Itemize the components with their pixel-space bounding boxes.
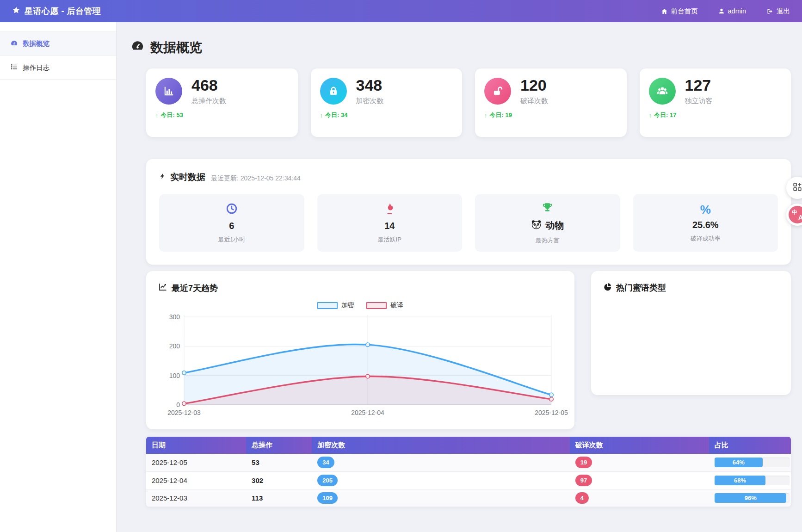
sidebar-item-logs[interactable]: 操作日志 (0, 56, 116, 80)
pie-title: 热门蜜语类型 (603, 282, 779, 293)
ratio-progress: 68% (715, 476, 790, 485)
trophy-icon (542, 202, 553, 215)
bolt-icon (159, 172, 166, 183)
realtime-item-active-ip: 14 最活跃IP (317, 194, 463, 252)
navbar: 星语心愿 - 后台管理 前台首页 admin 退出 (0, 0, 802, 22)
percent-icon: % (700, 204, 711, 216)
page-title: 数据概览 (150, 39, 202, 56)
clock-icon (226, 203, 238, 217)
stat-label: 总操作次数 (191, 97, 226, 105)
realtime-value: 6 (229, 221, 234, 231)
svg-text:300: 300 (169, 313, 180, 321)
stat-value: 348 (356, 77, 384, 94)
page-title-row: 数据概览 (130, 39, 791, 56)
nav-frontend-link[interactable]: 前台首页 (661, 7, 698, 16)
encrypt-badge: 34 (317, 457, 334, 468)
translate-icon: 中 A (789, 206, 802, 223)
fire-icon (384, 203, 395, 217)
realtime-label: 最近1小时 (218, 235, 245, 244)
legend-item-decrypt[interactable]: 破译 (366, 301, 403, 309)
realtime-updated: 最近更新: 2025-12-05 22:34:44 (211, 174, 301, 183)
realtime-label: 最活跃IP (378, 235, 401, 244)
cell-total: 302 (246, 471, 312, 489)
users-icon (649, 78, 676, 105)
nav-user-link[interactable]: admin (718, 7, 746, 15)
stat-card-encrypt: 348 加密次数 ↑ 今日: 34 (311, 68, 463, 137)
star-icon (12, 6, 20, 17)
stat-today: ↑ 今日: 17 (649, 111, 782, 119)
stat-label: 独立访客 (685, 97, 713, 105)
stat-value: 120 (520, 77, 548, 94)
realtime-label: 最热方言 (536, 236, 560, 245)
user-icon (718, 8, 725, 14)
stat-today: ↑ 今日: 53 (155, 111, 289, 119)
arrow-up-icon: ↑ (320, 112, 323, 119)
svg-text:200: 200 (169, 342, 180, 350)
sidebar: 数据概览 操作日志 (0, 22, 117, 532)
realtime-value: 动物 (531, 219, 564, 232)
unlock-icon (484, 78, 511, 105)
encrypt-badge: 205 (317, 475, 338, 486)
stat-card-total-ops: 468 总操作次数 ↑ 今日: 53 (146, 68, 298, 137)
pie-icon (603, 282, 612, 293)
sign-out-icon (766, 8, 773, 15)
cell-date: 2025-12-04 (146, 471, 246, 489)
home-icon (661, 8, 668, 15)
gauge-icon (10, 39, 18, 49)
sidebar-item-overview[interactable]: 数据概览 (0, 31, 116, 56)
svg-text:2025-12-05: 2025-12-05 (535, 409, 568, 416)
trend-title: 最近7天趋势 (158, 282, 562, 294)
pie-card: 热门蜜语类型 (591, 271, 791, 395)
col-header-total: 总操作 (246, 437, 312, 454)
app-title: 星语心愿 - 后台管理 (25, 6, 101, 17)
bar-chart-icon (155, 78, 182, 105)
realtime-title: 实时数据 (159, 171, 205, 183)
navbar-links: 前台首页 admin 退出 (661, 7, 790, 16)
ratio-progress: 96% (715, 493, 790, 503)
chart-legend: 加密 破译 (158, 301, 562, 309)
table-row: 2025-12-04 302 205 97 68% (146, 471, 791, 489)
trend-card: 最近7天趋势 加密 破译 01002003002025-12-032025-12… (146, 271, 574, 429)
arrow-up-icon: ↑ (484, 112, 487, 119)
stat-today: ↑ 今日: 19 (484, 111, 617, 119)
col-header-ratio: 占比 (709, 437, 791, 454)
legend-swatch-decrypt (366, 302, 387, 309)
ratio-progress: 64% (715, 458, 790, 467)
list-icon (10, 63, 18, 72)
encrypt-badge: 109 (317, 492, 338, 504)
svg-text:2025-12-04: 2025-12-04 (351, 409, 384, 416)
charts-row: 最近7天趋势 加密 破译 01002003002025-12-032025-12… (146, 271, 791, 429)
main-content: 数据概览 468 总操作次数 ↑ 今日: 53 (117, 22, 802, 507)
trend-chart: 01002003002025-12-032025-12-042025-12-05 (158, 311, 565, 421)
chart-line-icon (158, 282, 167, 294)
cell-total: 113 (246, 489, 312, 507)
cell-total: 53 (246, 454, 312, 471)
svg-text:0: 0 (176, 401, 180, 408)
svg-text:2025-12-03: 2025-12-03 (167, 409, 201, 416)
decrypt-badge: 19 (575, 457, 592, 468)
stat-cards: 468 总操作次数 ↑ 今日: 53 348 加密次数 ↑ (146, 68, 791, 137)
realtime-grid: 6 最近1小时 14 最活跃IP 动物 (159, 194, 778, 252)
stat-value: 127 (685, 77, 713, 94)
realtime-item-last-hour: 6 最近1小时 (159, 194, 304, 252)
realtime-card: 实时数据 最近更新: 2025-12-05 22:34:44 6 最近1小时 1… (146, 159, 791, 265)
lock-icon (320, 78, 347, 105)
stat-label: 破译次数 (520, 97, 548, 105)
nav-logout-link[interactable]: 退出 (766, 7, 790, 16)
decrypt-badge: 4 (575, 492, 589, 504)
col-header-decrypt: 破译次数 (570, 437, 709, 454)
panda-icon (531, 219, 542, 232)
legend-item-encrypt[interactable]: 加密 (317, 301, 354, 309)
stat-card-visitors: 127 独立访客 ↑ 今日: 17 (640, 68, 791, 137)
realtime-label: 破译成功率 (691, 235, 721, 243)
realtime-value: 14 (384, 221, 395, 231)
realtime-item-hot-dialect: 动物 最热方言 (475, 194, 620, 252)
arrow-up-icon: ↑ (649, 112, 652, 119)
decrypt-badge: 97 (575, 475, 592, 486)
stat-label: 加密次数 (356, 97, 384, 105)
legend-swatch-encrypt (317, 302, 338, 309)
stat-card-decrypt: 120 破译次数 ↑ 今日: 19 (475, 68, 627, 137)
cell-date: 2025-12-03 (146, 489, 246, 507)
col-header-date: 日期 (146, 437, 246, 454)
stat-today: ↑ 今日: 34 (320, 111, 453, 119)
